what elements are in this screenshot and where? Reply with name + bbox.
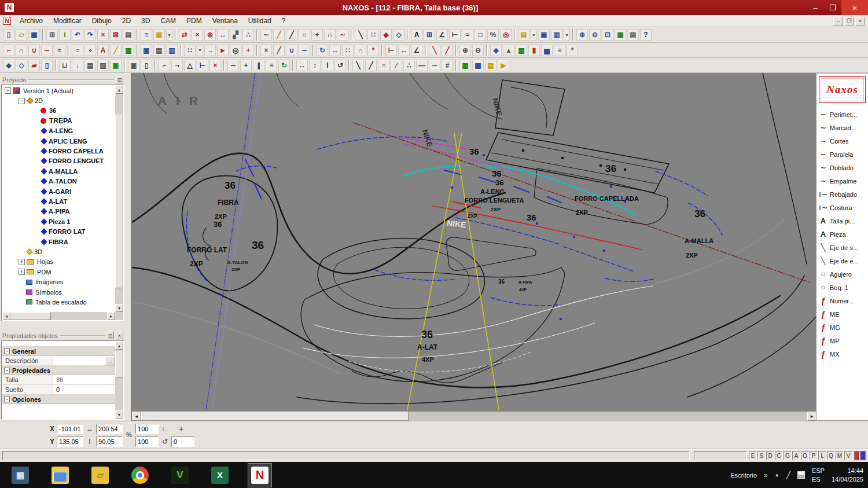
tree-expander[interactable]: − (5, 87, 11, 94)
fill-dropdown-icon[interactable]: ▾ (166, 29, 172, 41)
toolbar-separator[interactable] (223, 60, 225, 71)
book-icon[interactable]: ▣ (110, 60, 122, 71)
grid-icon[interactable]: ▦ (615, 29, 626, 41)
toolbar-separator[interactable] (572, 29, 574, 41)
toolbar-separator[interactable] (68, 45, 69, 56)
mdi-restore-button[interactable]: ❐ (844, 17, 854, 25)
wave-icon[interactable]: ≈ (462, 29, 473, 41)
menu-item[interactable]: CAM (155, 16, 181, 26)
arrow-down-icon[interactable]: ↓ (72, 60, 83, 71)
mode-indicator[interactable]: D (766, 451, 774, 460)
tree-item[interactable]: FORRO CAPELLA (2, 146, 115, 156)
fillet-icon[interactable]: ∩ (355, 45, 366, 56)
wave-red-icon[interactable]: ∼ (41, 45, 53, 56)
mode-indicator[interactable]: M (836, 451, 844, 460)
corner-icon[interactable]: ⌐ (159, 60, 170, 71)
scrollbar-thumb[interactable] (141, 412, 409, 421)
copy-icon[interactable]: ▣ (141, 45, 152, 56)
menu-item[interactable]: Archivo (14, 16, 48, 26)
diagonal-icon[interactable]: ╲ (355, 29, 366, 41)
toolbar-separator[interactable] (292, 60, 294, 71)
checker-icon[interactable]: ▞ (230, 29, 241, 41)
tree-item[interactable]: + Hojas (2, 257, 115, 267)
menu-item[interactable]: Ventana (207, 16, 243, 26)
tree-item[interactable]: APLIC LENG (2, 136, 115, 146)
tree-item[interactable]: FIBRA (2, 237, 115, 247)
diag-line2-icon[interactable]: ╱ (365, 60, 377, 71)
pages-alt-icon[interactable]: ▥ (551, 29, 562, 41)
target-rings-icon[interactable]: ◎ (230, 45, 241, 56)
arrow-right-icon[interactable]: → (204, 45, 216, 56)
print-preview-icon[interactable]: ▤ (627, 29, 639, 41)
smooth-icon[interactable]: ∼ (299, 45, 310, 56)
column-red-icon[interactable]: ▮ (528, 45, 540, 56)
close-button[interactable]: × (841, 0, 868, 15)
play-icon[interactable]: ▶ (498, 60, 509, 71)
properties-vertical-scrollbar[interactable]: ▴ ▾ (115, 342, 123, 419)
tree-item[interactable]: − 2D (2, 96, 115, 105)
folder-icon[interactable]: ▱ (88, 463, 112, 487)
corner-alt-icon[interactable]: ¬ (171, 60, 183, 71)
dock-panel-icon[interactable]: ⊡ (116, 76, 123, 83)
tool-item[interactable]: ∼ Rebajado (816, 188, 868, 201)
pencil-yellow-icon[interactable]: ╱ (110, 45, 122, 56)
chart-icon[interactable]: ▅ (541, 45, 553, 56)
tool-item[interactable]: ∼ Costura (816, 201, 868, 214)
tree-item[interactable]: Imágenes (2, 277, 115, 287)
toolbar-separator[interactable] (137, 45, 138, 56)
rotation-input[interactable] (171, 436, 194, 447)
collapse-icon[interactable]: − (4, 368, 10, 373)
ruler-icon[interactable]: ⊢ (197, 60, 208, 71)
width-input[interactable] (96, 424, 123, 434)
action-center-icon[interactable] (797, 471, 805, 479)
tree-item[interactable]: Tabla de escalado (2, 297, 115, 307)
drawing-canvas[interactable]: A I R 36 FIBRA 2XP 36 FORRO LAT 36 2XP A… (131, 73, 816, 421)
tool-item[interactable]: ╲ Eje de e... (816, 254, 868, 267)
canvas-hscrollbar[interactable]: ◂ ▸ (132, 412, 816, 421)
list-icon[interactable]: ≡ (554, 45, 565, 56)
toolbar-separator[interactable] (455, 60, 457, 71)
project-vertical-scrollbar[interactable]: ▴ ▾ (115, 86, 123, 312)
slash-icon[interactable]: ∕ (391, 60, 402, 71)
tree-item[interactable]: Símbolos (2, 287, 115, 297)
dash-icon[interactable]: — (416, 60, 428, 71)
tree-item[interactable]: − Versión 1 (Actual) (2, 86, 115, 96)
toolbar-separator[interactable] (55, 60, 57, 71)
tree-item[interactable]: FORRO LAT (2, 226, 115, 236)
notch-icon[interactable]: ∴ (403, 60, 415, 71)
x-coordinate-input[interactable] (57, 424, 83, 434)
select-piece-icon[interactable]: ◆ (3, 60, 14, 71)
height-input[interactable] (96, 436, 123, 447)
show-hidden-icons-icon[interactable]: ▲ (775, 472, 779, 478)
scroll-up-icon[interactable]: ▴ (115, 342, 123, 350)
weld-icon[interactable]: ⊔ (59, 60, 71, 71)
scroll-right-icon[interactable]: ▸ (807, 412, 816, 421)
arc-red-icon[interactable]: ∩ (16, 45, 27, 56)
sheet-icon[interactable]: ▯ (141, 60, 152, 71)
scale-table-icon[interactable]: ▦ (459, 60, 471, 71)
tool-item[interactable]: ƒ ME (816, 307, 868, 321)
open-file-icon[interactable]: ▱ (16, 29, 27, 41)
toolbar-separator[interactable] (407, 29, 409, 41)
tree-expander[interactable]: + (19, 259, 25, 265)
tool-item[interactable]: ∼ Cortes (816, 134, 868, 148)
collapse-icon[interactable]: − (4, 348, 10, 354)
diamond-blue-icon[interactable]: ◆ (490, 45, 502, 56)
calculator-icon[interactable]: ▦ (8, 463, 32, 487)
zoom-page-icon[interactable]: ⊡ (602, 29, 613, 41)
stretch-h-icon[interactable]: ↔ (296, 60, 308, 71)
scroll-down-icon[interactable]: ▾ (115, 410, 123, 419)
toolbar-separator[interactable] (256, 45, 258, 56)
info-icon[interactable]: i (59, 29, 71, 41)
clipboard-icon[interactable]: ▥ (166, 45, 178, 56)
zigzag-red-icon[interactable]: ≈ (54, 45, 65, 56)
rotate-icon[interactable]: ↻ (317, 45, 328, 56)
cross-red-icon[interactable]: + (242, 45, 254, 56)
toolbar-separator[interactable] (137, 29, 138, 41)
redo-icon[interactable]: ↷ (84, 29, 96, 41)
tool-item[interactable]: ∼ Paralela (816, 148, 868, 161)
scrollbar-track[interactable] (409, 412, 807, 421)
help-icon[interactable]: ? (640, 29, 652, 41)
measure-icon[interactable]: ⊢ (449, 29, 461, 41)
settings-icon[interactable]: * (567, 45, 578, 56)
